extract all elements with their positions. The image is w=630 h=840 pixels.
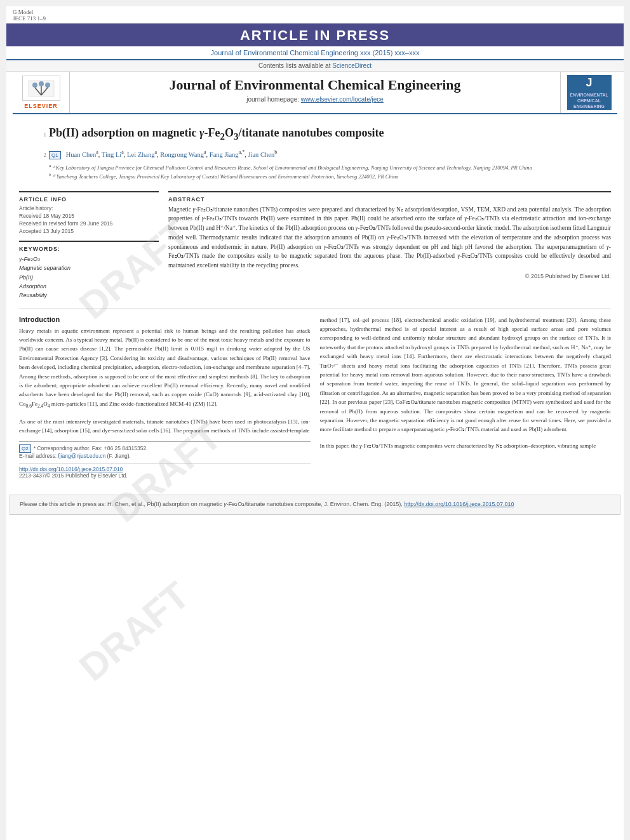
watermark-3: DRAFT: [71, 573, 198, 690]
kw2: Magnetic separation: [19, 263, 159, 272]
footnote-star-text: * Corresponding author. Fax: +86 25 8431…: [34, 445, 148, 451]
accepted-date: Accepted 13 July 2015: [19, 228, 159, 234]
article-info-abstract: ARTICLE INFO Article history: Received 1…: [19, 191, 611, 307]
jece-number: JECE 713 1–9: [13, 15, 46, 22]
doi-link[interactable]: http://dx.doi.org/10.1016/j.jece.2015.07…: [19, 466, 123, 472]
article-in-press-banner: ARTICLE IN PRESS: [6, 23, 624, 46]
right-logo-text: ENVIRONMENTAL CHEMICAL ENGINEERING: [570, 92, 608, 109]
contents-bar: Contents lists available at ScienceDirec…: [6, 60, 624, 72]
homepage-url[interactable]: www.elsevier.com/locate/jece: [301, 96, 384, 103]
left-col-info: ARTICLE INFO Article history: Received 1…: [19, 191, 159, 307]
svg-point-3: [45, 83, 50, 88]
kw4: Adsorption: [19, 282, 159, 291]
footnote-name: (F. Jiang).: [107, 453, 131, 459]
issn-text: 2213-3437/© 2015 Published by Elsevier L…: [19, 472, 128, 479]
copyright-line: © 2015 Published by Elsevier Ltd.: [168, 273, 611, 279]
elsevier-text: ELSEVIER: [24, 103, 58, 109]
affil-a: a ᵃ Key Laboratory of Jiangsu Province f…: [49, 163, 532, 172]
cite-doi-link[interactable]: http://dx.doi.org/10.1016/j.jece.2015.07…: [404, 501, 514, 507]
article-history-label: Article history:: [19, 205, 159, 211]
header-top: 1 G Model JECE 713 1–9: [6, 6, 624, 23]
author-ting-li[interactable]: Ting Li: [102, 151, 121, 158]
intro-body-right: method [17], sol–gel process [18], elect…: [320, 316, 612, 434]
contents-text: Contents lists available at: [258, 62, 330, 69]
right-col-abstract: ABSTRACT Magnetic γ-Fe₂O₃/titanate nanot…: [168, 191, 611, 307]
right-logo-box: J ENVIRONMENTAL CHEMICAL ENGINEERING: [567, 75, 612, 110]
q2-badge: Q2: [19, 444, 31, 453]
journal-info-row: ELSEVIER Journal of Environmental Chemic…: [13, 72, 617, 114]
revised-date: Received in revised form 29 June 2015: [19, 220, 159, 227]
footnote-email-row: E-mail address: fjiang@njust.edu.cn (F. …: [19, 453, 311, 459]
footer-bar: Please cite this article in press as: H.…: [10, 495, 620, 515]
elsevier-logo: ELSEVIER: [13, 72, 70, 113]
intro-body-left-2: As one of the most intensively investiga…: [19, 417, 311, 436]
journal-main-info: Journal of Environmental Chemical Engine…: [70, 72, 560, 113]
author-huan-chen[interactable]: Huan Chen: [66, 151, 97, 158]
author-lei-zhang[interactable]: Lei Zhang: [127, 151, 154, 158]
journal-homepage: journal homepage: www.elsevier.com/locat…: [76, 96, 554, 103]
keywords-label: Keywords:: [19, 246, 159, 252]
keywords-box: Keywords: γ-Fe₂O₃ Magnetic separation Pb…: [19, 241, 159, 300]
journal-title-main: Journal of Environmental Chemical Engine…: [76, 77, 554, 93]
author-rongrong-wang[interactable]: Rongrong Wang: [160, 151, 204, 158]
kw3: Pb(II): [19, 273, 159, 282]
intro-body-left: Heavy metals in aquatic environment repr…: [19, 326, 311, 410]
svg-point-1: [32, 83, 37, 88]
article-info-label: ARTICLE INFO: [19, 196, 159, 203]
divider: [19, 309, 611, 309]
line-num-1: 1: [35, 131, 46, 138]
email-label: E-mail address:: [19, 453, 57, 459]
affiliations: a ᵃ Key Laboratory of Jiangsu Province f…: [49, 163, 532, 181]
abstract-text: Magnetic γ-Fe₂O₃/titanate nanotubes (TNT…: [168, 205, 611, 270]
elsevier-svg: [25, 77, 57, 100]
journal-header: Journal of Environmental Chemical Engine…: [6, 46, 624, 60]
g-model-info: 1 G Model JECE 713 1–9: [13, 9, 46, 22]
sciencedirect-link[interactable]: ScienceDirect: [332, 62, 372, 69]
intro-body-right-2: In this paper, the γ-Fe₂O₃/TNTs magnetic…: [320, 441, 612, 450]
article-content: 1 Pb(II) adsorption on magnetic γ-Fe2O3/…: [6, 114, 624, 485]
footnote-email-link[interactable]: fjiang@njust.edu.cn: [58, 453, 105, 459]
q1-badge: Q1: [49, 151, 61, 159]
page: DRAFT DRAFT DRAFT 1 G Model JECE 713 1–9…: [6, 6, 624, 840]
line-num-2: 2: [35, 152, 46, 158]
elsevier-logo-box: [22, 76, 60, 101]
journal-right-logo: J ENVIRONMENTAL CHEMICAL ENGINEERING: [560, 72, 617, 113]
footnote-q2: Q2 * Corresponding author. Fax: +86 25 8…: [19, 444, 311, 453]
abstract-box: ABSTRACT Magnetic γ-Fe₂O₃/titanate nanot…: [168, 191, 611, 279]
kw5: Reusability: [19, 291, 159, 300]
intro-title: Introduction: [19, 316, 311, 323]
body-right: method [17], sol–gel process [18], elect…: [320, 316, 612, 479]
author-jian-chen[interactable]: Jian Chen: [248, 151, 274, 158]
body-left: Introduction Heavy metals in aquatic env…: [19, 316, 311, 479]
banner-text: ARTICLE IN PRESS: [240, 27, 390, 43]
doi-footer: http://dx.doi.org/10.1016/j.jece.2015.07…: [19, 466, 311, 479]
body-columns: Introduction Heavy metals in aquatic env…: [19, 316, 611, 479]
affil-b: b ᵇ Yancheng Teachers College, Jiangsu P…: [49, 171, 532, 181]
author-fang-jiang[interactable]: Fang Jiang: [210, 151, 239, 158]
received-date: Received 18 May 2015: [19, 213, 159, 219]
gamma-symbol: γ: [199, 126, 204, 139]
divider-2: [19, 463, 311, 463]
keywords-list: γ-Fe₂O₃ Magnetic separation Pb(II) Adsor…: [19, 255, 159, 300]
kw1: γ-Fe₂O₃: [19, 255, 159, 263]
article-title: Pb(II) adsorption on magnetic γ-Fe2O3/ti…: [49, 126, 384, 143]
journal-link[interactable]: Journal of Environmental Chemical Engine…: [211, 49, 420, 57]
article-title-section: 1 Pb(II) adsorption on magnetic γ-Fe2O3/…: [35, 126, 611, 186]
footnote-section: Q2 * Corresponding author. Fax: +86 25 8…: [19, 441, 311, 459]
g-model-text: G Model: [13, 9, 46, 15]
cite-label: Please cite this article in press as: H.…: [20, 501, 404, 507]
authors-line: Huan Chena, Ting Lia, Lei Zhanga, Rongro…: [66, 149, 277, 158]
article-info-box: ARTICLE INFO Article history: Received 1…: [19, 191, 159, 234]
abstract-label: ABSTRACT: [168, 196, 611, 203]
svg-point-2: [39, 81, 44, 86]
homepage-label: journal homepage:: [246, 96, 299, 103]
